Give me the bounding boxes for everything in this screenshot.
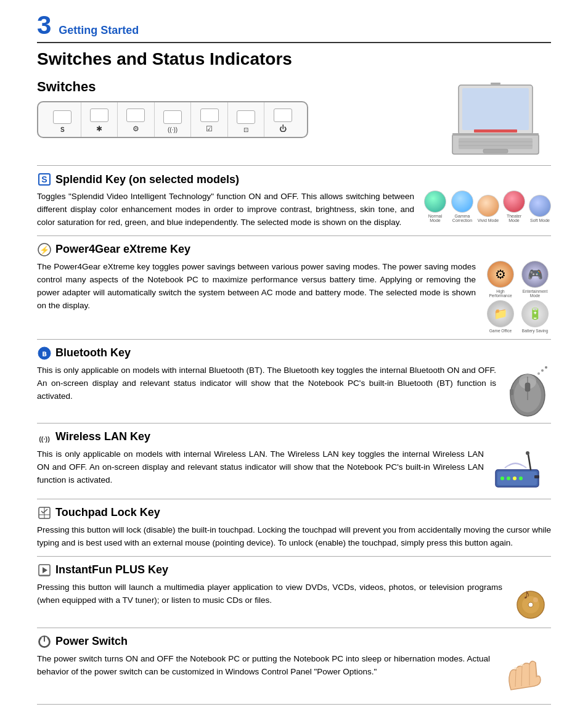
entry-body-bluetooth: This is only applicable on models with i… (37, 364, 551, 417)
entry-bluetooth: ʙ Bluetooth Key This is only applicable … (37, 339, 551, 423)
switch-key-instantfun (237, 110, 255, 124)
touchpad-title: Touchpad Lock Key (55, 506, 160, 519)
switch-key-wifi (163, 110, 182, 124)
mode-label-gamma: Gamma Correction (450, 214, 475, 223)
switch-slot-gear: ⚙ (118, 102, 155, 137)
laptop-svg (440, 79, 551, 165)
splendid-mode-theater: Theater Mode (502, 190, 526, 223)
entry-body-power4gear: The Power4Gear eXtreme key toggles power… (37, 261, 551, 333)
bottom-divider (37, 704, 551, 705)
switch-slot-wifi: ((·)) (155, 102, 192, 137)
svg-rect-4 (459, 138, 533, 149)
wifi-icon: ((·)) (37, 431, 52, 443)
power4gear-title: Power4Gear eXtreme Key (55, 243, 190, 256)
svg-rect-32 (534, 475, 539, 478)
entry-header-wireless: ((·)) Wireless LAN Key (37, 430, 551, 444)
svg-text:⚡: ⚡ (39, 245, 50, 255)
entry-header-splendid: S Splendid Key (on selected models) (37, 172, 551, 187)
entry-body-wireless: This is only applicable on models with i… (37, 448, 551, 493)
switch-icon-s: S (60, 126, 65, 133)
entries-container: S Splendid Key (on selected models) Togg… (37, 165, 551, 699)
splendid-image: Normal Mode Gamma Correction Vivid Mode … (423, 190, 551, 223)
svg-point-27 (526, 451, 529, 455)
switch-slot-power: ⏻ (264, 102, 301, 137)
chapter-number: 3 (37, 12, 51, 38)
instantfun-media-svg: ♪ (511, 581, 551, 621)
switch-key-power (274, 108, 292, 122)
svg-point-30 (513, 477, 517, 480)
svg-point-31 (519, 477, 523, 480)
svg-text:((·)): ((·)) (39, 435, 50, 443)
entry-body-splendid: Toggles "Splendid Video Intelligent Tech… (37, 190, 551, 229)
switch-icon-power: ⏻ (279, 125, 287, 133)
bluetooth-mouse-image (505, 364, 551, 417)
entry-header-power: Power Switch (37, 634, 551, 649)
power-text: The power switch turns ON and OFF the No… (37, 653, 490, 679)
entry-power: Power Switch The power switch turns ON a… (37, 628, 551, 699)
power-title: Power Switch (55, 635, 128, 648)
splendid-mode-normal: Normal Mode (423, 190, 447, 223)
wireless-lan-title: Wireless LAN Key (55, 430, 150, 443)
switch-slot-touchpad: ☑ (191, 102, 228, 137)
mode-label-vivid: Vivid Mode (478, 218, 499, 223)
svg-rect-8 (452, 133, 539, 136)
entry-touchpad: Touchpad Lock Key Pressing this button w… (37, 499, 551, 556)
instantfun-image: ♪ (511, 581, 551, 621)
power4gear-icon: ⚡ (37, 242, 52, 257)
chapter-title: Getting Started (59, 24, 139, 37)
switch-icon-gear: ⚙ (133, 125, 139, 133)
power-icon (37, 634, 52, 649)
svg-rect-9 (491, 83, 500, 84)
splendid-mode-soft: Soft Mode (529, 195, 551, 223)
entry-header-bluetooth: ʙ Bluetooth Key (37, 346, 551, 361)
instantfun-text: Pressing this button will launch a multi… (37, 581, 502, 607)
entry-header-power4gear: ⚡ Power4Gear eXtreme Key (37, 242, 551, 257)
bluetooth-icon: ʙ (37, 346, 52, 361)
power-hand-image (499, 653, 551, 693)
mode-label-normal: Normal Mode (423, 214, 447, 223)
touchpad-lock-icon (37, 505, 52, 520)
entry-body-touchpad: Pressing this button will lock (disable)… (37, 524, 551, 550)
instantfun-icon-svg (38, 563, 51, 577)
power-icon-svg (38, 635, 51, 649)
switch-slot-instantfun: ⊡ (228, 102, 265, 137)
power-mode-high: ⚙ High Performance (484, 261, 517, 298)
splendid-icons-row: Normal Mode Gamma Correction Vivid Mode … (423, 190, 551, 223)
power-label-high: High Performance (484, 289, 517, 298)
wifi-router-svg (492, 448, 551, 493)
entry-body-instantfun: Pressing this button will launch a multi… (37, 581, 551, 621)
lightning-icon: ⚡ (38, 243, 51, 256)
svg-line-26 (528, 454, 531, 470)
switches-bar: S ✱ ⚙ ((·)) ☑ ⊡ (37, 101, 308, 138)
svg-point-22 (545, 366, 547, 369)
switch-key-bluetooth (90, 108, 108, 122)
wireless-lan-text: This is only applicable on models with i… (37, 448, 484, 487)
wifi-router-image (492, 448, 551, 493)
bluetooth-title: Bluetooth Key (55, 346, 131, 359)
splendid-mode-vivid: Vivid Mode (477, 195, 499, 223)
switch-key-touchpad (200, 108, 219, 122)
power4gear-icons-grid: ⚙ High Performance 🎮 Entertainment Mode … (484, 261, 551, 333)
power4gear-text: The Power4Gear eXtreme key toggles power… (37, 261, 476, 313)
svg-point-43 (533, 597, 538, 602)
svg-rect-7 (483, 149, 508, 153)
power-label-game: Game Office (489, 329, 512, 333)
entry-instantfun: InstantFun PLUS Key Pressing this button… (37, 556, 551, 628)
svg-point-29 (507, 477, 510, 480)
power-label-entertainment: Entertainment Mode (519, 289, 551, 298)
switches-section: Switches S ✱ ⚙ ((·)) ☑ (37, 79, 551, 165)
svg-point-50 (514, 667, 518, 669)
svg-point-51 (520, 664, 524, 666)
bluetooth-mouse-svg (505, 364, 551, 417)
mode-label-soft: Soft Mode (530, 218, 550, 223)
bluetooth-text: This is only applicable on models with i… (37, 364, 496, 403)
switch-slot-bluetooth: ✱ (81, 102, 118, 137)
entry-wireless-lan: ((·)) Wireless LAN Key This is only appl… (37, 423, 551, 499)
page-header: 3 Getting Started (37, 12, 551, 43)
switch-icon-bluetooth: ✱ (96, 125, 102, 133)
bluetooth-symbol-icon: ʙ (38, 346, 51, 360)
power-mode-battery: 🔋 Battery Saving (519, 300, 551, 333)
switch-icon-wifi: ((·)) (168, 126, 178, 133)
switch-key-s (53, 110, 71, 124)
power-mode-game: 📁 Game Office (484, 300, 517, 333)
